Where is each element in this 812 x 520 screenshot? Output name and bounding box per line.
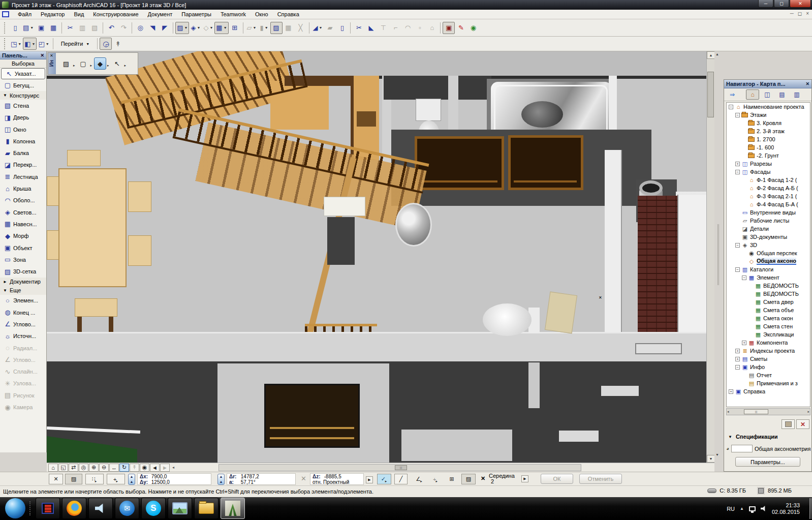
tree-item[interactable]: −▦Элемент [727, 273, 810, 282]
tool-указат[interactable]: ↖Указат... [1, 68, 45, 79]
navigator-hscrollbar[interactable]: ◂ ||| ▸ [726, 408, 810, 415]
check-model-button[interactable]: ◉ [467, 22, 479, 34]
menu-item-справка[interactable]: Справка [273, 10, 304, 18]
tree-item[interactable]: ▱Рабочие листы [727, 217, 810, 225]
tool-навесн[interactable]: ▦Навесн... [0, 218, 46, 230]
tool-колонна[interactable]: ▮Колонна [0, 135, 46, 147]
menu-item-файл[interactable]: Файл [13, 10, 36, 18]
tool-перекр[interactable]: ◪Перекр... [0, 159, 46, 171]
tree-item[interactable]: −▣Инфо [727, 363, 810, 371]
tree-item[interactable]: ⌂Ф-1 Фасад 1-2 ( [727, 176, 810, 184]
tool-углово[interactable]: ∠Углово... [0, 354, 46, 365]
tree-item[interactable]: ▣3D-документы [727, 233, 810, 241]
trim-button[interactable]: ⊤ [377, 22, 389, 34]
marquee-3d-button[interactable]: ▨ [60, 57, 72, 70]
tool-лестница[interactable]: ≣Лестница [0, 171, 46, 182]
tree-item[interactable]: ▭Внутренние виды [727, 208, 810, 217]
tree-item[interactable]: ▤Примечания и з [727, 379, 810, 387]
quick-options-button[interactable]: ◧▼ [23, 38, 37, 50]
suspend-groups-button[interactable]: ◈▼ [189, 22, 202, 34]
tool-group-конструирс[interactable]: ▼Конструирс [0, 91, 46, 100]
tree-item[interactable]: ▦Смета объе [727, 306, 810, 314]
stretch-home-button[interactable]: ⌂ [426, 22, 438, 34]
tool-морф[interactable]: ◆Морф [0, 230, 46, 242]
specifications-section[interactable]: ▼ Спецификации [728, 434, 777, 440]
expand-icon[interactable]: + [742, 341, 746, 345]
scroll-left-icon[interactable]: ◂ [727, 410, 729, 414]
orbit-button[interactable]: ↻ [119, 464, 129, 472]
toolbar-grip[interactable] [4, 22, 6, 34]
scroll-down-icon[interactable]: ▼ [707, 455, 715, 463]
tool-3d-сетка[interactable]: ▨3D-сетка [0, 265, 46, 277]
tool-балка[interactable]: ▰Балка [0, 147, 46, 159]
volume-icon[interactable] [761, 506, 767, 512]
next-zoom-button[interactable]: ► [160, 464, 170, 472]
new-viewpoint-button[interactable] [782, 419, 795, 429]
dock-splitter[interactable]: ▲ ▼ [714, 51, 724, 472]
cutting-plane-button[interactable]: ◆ [94, 57, 106, 70]
user-origin-button[interactable]: ✕ [49, 474, 63, 484]
minimize-button[interactable]: ─ [758, 0, 773, 8]
group-elements-button[interactable]: ▱▼ [245, 22, 258, 34]
ok-button[interactable]: ОК [541, 474, 573, 484]
hscroll-thumb[interactable]: ||| [395, 465, 407, 470]
tree-item[interactable]: ▦ВЕДОМОСТЬ [727, 282, 810, 290]
expand-icon[interactable]: + [735, 349, 740, 353]
tool-сплайн[interactable]: ∿Сплайн... [0, 366, 46, 378]
navigator-hscroll-thumb[interactable]: ||| [744, 409, 768, 414]
tool-узлова[interactable]: ✳Узлова... [0, 378, 46, 389]
toolbox-close-icon[interactable]: ✕ [40, 53, 44, 58]
inject-parameters-button[interactable]: ◤ [159, 22, 171, 34]
collapse-icon[interactable]: − [729, 105, 733, 109]
adjust-button[interactable]: ◣ [365, 22, 377, 34]
navigator-header[interactable]: Навигатор - Карта п... ✕ [724, 80, 811, 88]
explode-button[interactable]: ╳ [295, 22, 307, 34]
tool-group-документир[interactable]: ►Документир [0, 278, 46, 286]
collapse-icon[interactable]: − [735, 243, 740, 248]
coordinate-grid-button[interactable]: +▸ [107, 474, 125, 484]
menu-item-редактор[interactable]: Редактор [36, 10, 69, 18]
tree-item[interactable]: +▤Сметы [727, 355, 810, 363]
vscroll-thumb[interactable] [707, 72, 714, 117]
clock[interactable]: 21:33 02.08.2015 [772, 502, 800, 515]
firefox-taskbar-button[interactable] [62, 498, 86, 519]
eyedropper-button[interactable]: ◢▼ [311, 22, 324, 34]
tree-item[interactable]: 3. Кровля [727, 119, 810, 127]
settings-button[interactable]: Параметры... [735, 457, 800, 467]
tool-окно[interactable]: ◫Окно [0, 124, 46, 135]
guide-line-button[interactable]: ╱ [394, 474, 408, 484]
expand-icon[interactable]: + [729, 389, 733, 394]
zoom-percent-button[interactable]: ◎ [79, 464, 88, 472]
scroll-left-icon[interactable]: ◂ [172, 465, 174, 470]
backup-app-taskbar-button[interactable] [36, 498, 60, 519]
delete-button[interactable]: ✕ [796, 419, 809, 429]
find-select-button[interactable]: ◎ [134, 22, 146, 34]
tree-item[interactable]: +▣Справка [727, 387, 810, 395]
tool-камера[interactable]: ◉Камера [0, 401, 46, 413]
display-order-button[interactable]: ▮▼ [258, 22, 270, 34]
rect-selection-3d-button[interactable]: ▢ [77, 57, 89, 70]
archicad-taskbar-button[interactable] [221, 498, 245, 519]
paste-button[interactable]: ▧ [88, 22, 101, 34]
markup-pen-button[interactable]: ✎ [455, 22, 467, 34]
print-button[interactable]: ▦ [47, 22, 59, 34]
split-button[interactable]: ✂ [353, 22, 365, 34]
pick-up-parameters-button[interactable]: ◥ [146, 22, 159, 34]
orbit-button[interactable]: ◶ [100, 38, 112, 50]
tree-item[interactable]: −▥Каталоги [727, 265, 810, 273]
layout-book-button[interactable]: ▤ [775, 89, 789, 100]
go-to-button[interactable]: Перейти ▼ [55, 39, 96, 49]
show-desktop-button[interactable] [809, 498, 812, 519]
tool-источн[interactable]: ☼Источн... [0, 330, 46, 342]
tree-item[interactable]: ◉Общая перспек [727, 249, 810, 257]
tool-элемен[interactable]: ○Элемен... [0, 295, 46, 307]
pointer-3d-button[interactable]: ↖ [111, 57, 123, 70]
new-file-button[interactable]: ▯ [9, 22, 21, 34]
cut-button[interactable]: ✂ [64, 22, 76, 34]
dock-scroll-up-icon[interactable]: ▲ [715, 52, 719, 56]
gravity-button[interactable]: ▦▼ [214, 22, 228, 34]
toolbox-header[interactable]: Панель... ✕ [0, 51, 46, 59]
tree-item[interactable]: ◇Общая аксоно [727, 257, 810, 265]
menu-item-документ[interactable]: Документ [143, 10, 177, 18]
mini-toolbar-close-icon[interactable]: ✕ [50, 53, 53, 58]
